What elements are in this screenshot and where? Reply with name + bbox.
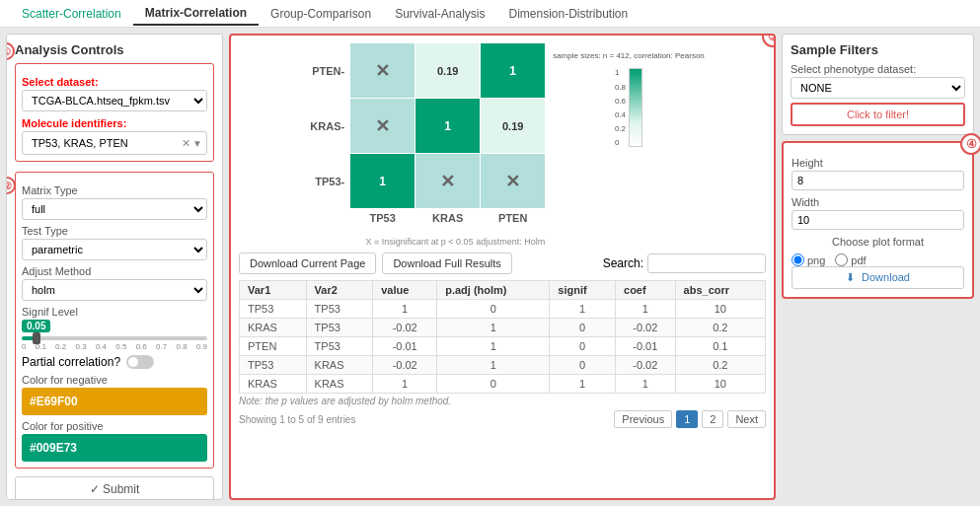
- tab-survival[interactable]: Survival-Analysis: [383, 3, 496, 25]
- download-page-btn[interactable]: Download Current Page: [239, 253, 376, 274]
- dataset-select[interactable]: TCGA-BLCA.htseq_fpkm.tsv: [22, 90, 207, 111]
- table-row: TP53TP53101110: [240, 300, 766, 319]
- table-cell: 0: [550, 319, 616, 337]
- col-label-tp53: TP53: [350, 209, 415, 234]
- showing-text: Showing 1 to 5 of 9 entries: [239, 414, 355, 425]
- table-cell: 1: [437, 337, 550, 356]
- molecule-clear-btn[interactable]: ✕: [180, 137, 192, 150]
- page-1-btn[interactable]: 1: [676, 410, 698, 428]
- col-signif: signif: [550, 281, 616, 300]
- matrix-type-select[interactable]: full: [22, 198, 207, 220]
- legend-bar-row: 10.80.60.40.20: [615, 68, 642, 147]
- cell-0-1: 0.19: [415, 43, 480, 98]
- col-value: value: [373, 281, 437, 300]
- table-cell: 1: [373, 375, 437, 394]
- right-title: Sample Filters: [791, 42, 965, 57]
- submit-btn[interactable]: ✓ Submit: [15, 476, 214, 500]
- partial-label: Partial correlation?: [22, 355, 120, 369]
- table-row: KRASKRAS101110: [240, 375, 766, 394]
- pos-color-value: #009E73: [30, 441, 77, 455]
- table-note: Note: the p values are adjusted by holm …: [239, 396, 766, 406]
- phenotype-select[interactable]: NONE: [791, 77, 965, 99]
- cell-2-0: 1: [350, 154, 415, 208]
- table-cell: 10: [675, 300, 765, 319]
- cell-2-1: ✕: [415, 154, 480, 208]
- row-label-kras: KRAS-: [300, 99, 349, 153]
- search-label: Search:: [603, 256, 643, 270]
- matrix-grid: PTEN- ✕ 0.19 1 KRAS- ✕ 1 0.19 TP53- 1 ✕ …: [300, 43, 545, 234]
- table-row: PTENTP53-0.0110-0.010.1: [240, 337, 766, 356]
- right-bottom: ④ Height Width Choose plot format png pd…: [782, 141, 974, 299]
- signif-slider-thumb[interactable]: [33, 332, 40, 344]
- col-abscorr: abs_corr: [675, 281, 765, 300]
- adjust-select[interactable]: holm: [22, 279, 207, 301]
- chart-area: PTEN- ✕ 0.19 1 KRAS- ✕ 1 0.19 TP53- 1 ✕ …: [239, 43, 766, 247]
- tab-matrix[interactable]: Matrix-Correlation: [133, 2, 259, 26]
- row-label-tp53: TP53-: [300, 154, 349, 208]
- col-label-pten: PTEN: [481, 209, 545, 234]
- table-cell: 1: [437, 319, 550, 337]
- table-cell: 1: [437, 356, 550, 375]
- height-input[interactable]: [792, 171, 964, 190]
- radio-png[interactable]: [792, 253, 804, 266]
- data-table: Var1 Var2 value p.adj (holm) signif coef…: [239, 280, 766, 394]
- cell-1-0: ✕: [350, 99, 415, 153]
- x-note: X = Insignificant at p < 0.05 adjustment…: [366, 237, 546, 247]
- tab-group[interactable]: Group-Comparison: [259, 3, 383, 25]
- next-btn[interactable]: Next: [727, 410, 766, 428]
- page-2-btn[interactable]: 2: [702, 410, 723, 428]
- radio-row: png pdf: [792, 253, 964, 266]
- test-type-select[interactable]: parametric: [22, 239, 207, 260]
- right-panel: Sample Filters Select phenotype dataset:…: [782, 34, 974, 500]
- table-cell: TP53: [240, 300, 307, 319]
- signif-label: Signif Level: [22, 306, 207, 318]
- search-input[interactable]: [647, 253, 766, 273]
- signif-slider-track: [22, 336, 207, 340]
- cell-1-1: 1: [415, 99, 480, 153]
- pagination: Previous 1 2 Next: [614, 410, 766, 428]
- radio-png-label: png: [792, 253, 825, 266]
- molecule-dropdown-icon[interactable]: ▼: [192, 138, 202, 149]
- table-cell: 0.1: [675, 337, 765, 356]
- col-var2: Var2: [306, 281, 373, 300]
- test-type-label: Test Type: [22, 225, 207, 237]
- table-footer: Showing 1 to 5 of 9 entries Previous 1 2…: [239, 410, 766, 428]
- left-panel-title: Analysis Controls: [15, 42, 214, 57]
- pos-color-box[interactable]: #009E73: [22, 434, 207, 462]
- radio-pdf[interactable]: [835, 253, 848, 266]
- tab-scatter[interactable]: Scatter-Correlation: [10, 3, 133, 25]
- download-full-btn[interactable]: Download Full Results: [382, 253, 511, 274]
- table-cell: -0.01: [616, 337, 676, 356]
- legend: sample sizes: n = 412, correlation: Pear…: [553, 43, 705, 147]
- table-cell: KRAS: [306, 356, 373, 375]
- prev-btn[interactable]: Previous: [614, 410, 672, 428]
- slider-labels: 00.10.20.30.40.50.60.70.80.9: [22, 342, 207, 351]
- row-label-pten: PTEN-: [300, 43, 349, 98]
- tab-dimension[interactable]: Dimension-Distribution: [496, 3, 640, 25]
- filter-btn[interactable]: Click to filter!: [791, 103, 965, 126]
- neg-color-box[interactable]: #E69F00: [22, 388, 207, 415]
- col-coef: coef: [616, 281, 676, 300]
- table-cell: 0.2: [675, 356, 765, 375]
- dataset-label: Select dataset:: [22, 76, 207, 88]
- cell-0-2: 1: [481, 43, 545, 98]
- table-cell: -0.02: [373, 356, 437, 375]
- width-input[interactable]: [792, 210, 964, 230]
- download-icon: ⬇: [846, 271, 855, 283]
- search-row: Search:: [603, 253, 766, 273]
- table-cell: KRAS: [306, 375, 373, 394]
- molecule-input[interactable]: [27, 134, 180, 152]
- btn-row: Download Current Page Download Full Resu…: [239, 253, 766, 274]
- table-cell: TP53: [306, 337, 373, 356]
- circle-2: ②: [6, 177, 16, 194]
- matrix-type-label: Matrix Type: [22, 184, 207, 196]
- col-label-kras: KRAS: [415, 209, 480, 234]
- partial-toggle[interactable]: [126, 355, 154, 369]
- legend-note: sample sizes: n = 412, correlation: Pear…: [553, 51, 705, 61]
- cell-1-2: 0.19: [481, 99, 545, 153]
- table-cell: 1: [616, 375, 676, 394]
- top-nav: Scatter-Correlation Matrix-Correlation G…: [0, 0, 980, 28]
- table-cell: -0.01: [373, 337, 437, 356]
- download-btn[interactable]: ⬇ Download: [792, 266, 964, 289]
- col-var1: Var1: [240, 281, 307, 300]
